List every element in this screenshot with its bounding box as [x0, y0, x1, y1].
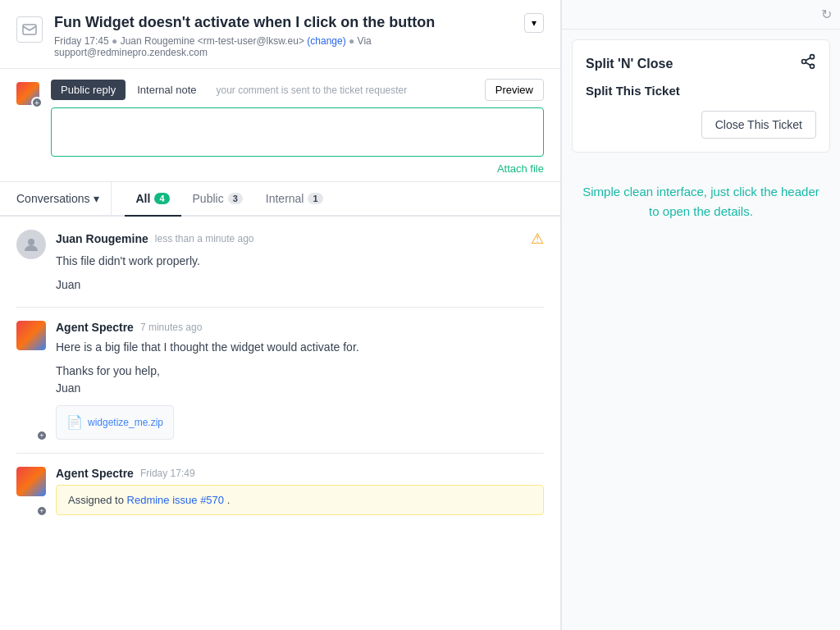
left-panel: Fun Widget doesn't activate when I click…: [0, 0, 561, 630]
change-link[interactable]: (change): [307, 35, 345, 47]
file-icon: 📄: [66, 413, 83, 432]
preview-button[interactable]: Preview: [485, 79, 544, 101]
reply-hint: your comment is sent to the ticket reque…: [208, 84, 482, 96]
ticket-info: Fun Widget doesn't activate when I click…: [54, 13, 513, 58]
ticket-meta: Friday 17:45 ● Juan Rougemine <rm-test-u…: [54, 35, 513, 58]
tab-public[interactable]: Public 3: [181, 182, 254, 217]
reply-tabs: Public reply Internal note your comment …: [51, 79, 544, 101]
user-avatar: [16, 230, 46, 259]
conversations-label: Conversations: [16, 192, 90, 205]
message-text: Here is a big file that I thought the wi…: [56, 339, 544, 440]
ticket-header: Fun Widget doesn't activate when I click…: [0, 0, 560, 69]
attachment-name: widgetize_me.zip: [88, 415, 163, 430]
message-line-2: Juan: [56, 276, 544, 294]
reply-area: + Public reply Internal note your commen…: [0, 69, 560, 182]
agent-avatar-wrap: +: [16, 321, 46, 440]
avatar-plus-icon: +: [31, 97, 43, 108]
agent-avatar-2: [16, 467, 46, 496]
table-row: + Agent Spectre 7 minutes ago Here is a …: [16, 308, 544, 454]
agent-avatar: [16, 321, 46, 350]
svg-point-4: [810, 64, 815, 68]
messages-list: Juan Rougemine less than a minute ago ⚠ …: [0, 217, 560, 528]
message-body: Juan Rougemine less than a minute ago ⚠ …: [56, 230, 544, 294]
message-body: Agent Spectre Friday 17:49 Assigned to R…: [56, 467, 544, 515]
tab-public-badge: 3: [228, 193, 243, 204]
tab-internal[interactable]: Internal 1: [254, 182, 335, 217]
tab-all[interactable]: All 4: [125, 182, 181, 217]
internal-note-tab[interactable]: Internal note: [127, 80, 206, 100]
reply-content: Public reply Internal note your comment …: [51, 79, 544, 175]
svg-line-6: [806, 57, 810, 60]
conversations-filter[interactable]: Conversations ▾: [16, 182, 112, 215]
message-time: less than a minute ago: [155, 233, 254, 244]
message-line-1: Here is a big file that I thought the wi…: [56, 339, 544, 356]
public-reply-tab[interactable]: Public reply: [51, 80, 126, 100]
close-ticket-button[interactable]: Close This Ticket: [701, 111, 816, 139]
message-header: Agent Spectre Friday 17:49: [56, 467, 544, 480]
reply-avatar: +: [16, 82, 43, 108]
conversations-tabs: Conversations ▾ All 4 Public 3 Internal …: [0, 182, 560, 217]
close-ticket-button-wrap: Close This Ticket: [586, 111, 816, 139]
refresh-icon[interactable]: ↻: [821, 7, 832, 22]
table-row: Juan Rougemine less than a minute ago ⚠ …: [16, 217, 544, 308]
agent-avatar-wrap-2: +: [16, 467, 46, 515]
message-author: Agent Spectre: [56, 321, 134, 334]
message-line-3: Juan: [56, 380, 544, 397]
svg-rect-0: [23, 25, 36, 34]
ticket-date: Friday 17:45: [54, 35, 109, 47]
assignment-text: Assigned to: [68, 494, 127, 506]
assignment-period: .: [227, 494, 231, 506]
table-row: + Agent Spectre Friday 17:49 Assigned to…: [16, 454, 544, 528]
message-text: This file didn't work properly. Juan: [56, 253, 544, 294]
ticket-title: Fun Widget doesn't activate when I click…: [54, 13, 513, 32]
message-header: Agent Spectre 7 minutes ago: [56, 321, 544, 334]
svg-point-1: [28, 239, 34, 245]
message-author: Juan Rougemine: [56, 232, 148, 245]
message-author: Agent Spectre: [56, 467, 134, 480]
message-time: 7 minutes ago: [140, 322, 202, 333]
attachment-item[interactable]: 📄 widgetize_me.zip: [56, 405, 174, 440]
svg-point-3: [802, 60, 806, 64]
avatar-cube-small: [16, 321, 46, 350]
reply-textarea[interactable]: [51, 107, 544, 157]
ticket-user: Juan Rougemine: [121, 35, 195, 47]
ticket-dropdown-button[interactable]: ▾: [524, 13, 544, 33]
right-panel-top: ↻: [562, 0, 840, 30]
message-body: Agent Spectre 7 minutes ago Here is a bi…: [56, 321, 544, 440]
tab-all-badge: 4: [154, 193, 169, 204]
message-line-2: Thanks for you help,: [56, 363, 544, 380]
tab-public-label: Public: [193, 192, 224, 205]
svg-point-2: [810, 55, 815, 59]
message-time: Friday 17:49: [140, 468, 195, 479]
conversations-chevron: ▾: [94, 192, 99, 205]
message-line-1: This file didn't work properly.: [56, 253, 544, 270]
split-title: Split 'N' Close: [586, 57, 673, 71]
email-icon: [16, 16, 43, 43]
agent-avatar-badge-2: +: [36, 505, 48, 517]
tab-internal-badge: 1: [308, 193, 322, 204]
warning-icon: ⚠: [531, 230, 544, 248]
ticket-email: <rm-test-user@lksw.eu>: [198, 35, 304, 47]
msg-avatar-person: [16, 230, 46, 294]
split-section: Split 'N' Close Split This Ticket Close …: [572, 39, 830, 153]
assignment-link[interactable]: Redmine issue #570: [127, 494, 225, 506]
assignment-notice: Assigned to Redmine issue #570 .: [56, 485, 544, 515]
split-ticket-label[interactable]: Split This Ticket: [586, 84, 816, 98]
agent-avatar-badge: +: [36, 430, 48, 441]
message-header: Juan Rougemine less than a minute ago ⚠: [56, 230, 544, 248]
right-panel: ↻ Split 'N' Close Split This Ticket Clos…: [561, 0, 840, 630]
svg-line-5: [806, 62, 810, 65]
split-header[interactable]: Split 'N' Close: [586, 53, 816, 74]
split-hint-text: Simple clean interface, just click the h…: [562, 182, 840, 221]
attach-file-link[interactable]: Attach file: [51, 162, 544, 175]
share-icon[interactable]: [800, 53, 816, 74]
tab-internal-label: Internal: [266, 192, 304, 205]
tab-all-label: All: [136, 192, 151, 205]
